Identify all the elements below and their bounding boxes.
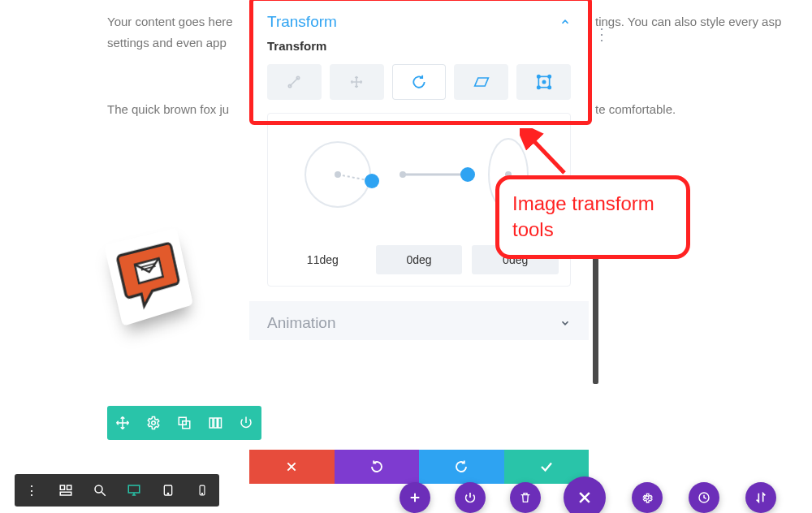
panel-action-bar [249, 450, 589, 484]
tool-origin[interactable] [516, 64, 571, 100]
section-sublabel: Transform [249, 39, 589, 64]
phone-view-icon[interactable] [185, 474, 219, 507]
tool-move[interactable] [330, 64, 384, 100]
svg-point-23 [400, 171, 406, 178]
svg-rect-32 [60, 492, 71, 495]
module-thumbnail[interactable] [104, 228, 193, 326]
menu-icon[interactable]: ⋮ [15, 474, 49, 507]
section-title-animation: Animation [267, 314, 336, 332]
svg-rect-30 [60, 485, 64, 489]
rotate-y-value[interactable]: 0deg [376, 245, 463, 274]
svg-marker-11 [474, 78, 488, 86]
annotation-arrow [520, 128, 568, 177]
svg-line-34 [102, 492, 106, 496]
svg-point-33 [95, 485, 102, 493]
mail-bubble-icon [111, 235, 186, 318]
tablet-view-icon[interactable] [151, 474, 185, 507]
svg-point-14 [548, 75, 551, 78]
svg-rect-35 [128, 485, 140, 493]
module-settings-icon[interactable] [138, 406, 169, 440]
cancel-button[interactable] [249, 450, 335, 484]
svg-point-17 [542, 80, 545, 83]
page-text: te comfortable. [595, 99, 676, 120]
svg-point-20 [335, 171, 341, 178]
page-text: Your content goes here [107, 11, 233, 32]
wireframe-view-icon[interactable] [49, 474, 83, 507]
sort-button[interactable] [745, 482, 776, 513]
tool-rotate[interactable] [392, 64, 447, 100]
transform-tool-row [249, 64, 589, 113]
module-power-icon[interactable] [231, 406, 261, 440]
chevron-down-icon [559, 317, 571, 329]
close-builder-button[interactable] [564, 476, 606, 513]
svg-point-21 [365, 174, 379, 188]
redo-button[interactable] [419, 450, 504, 484]
device-switcher: ⋮ [15, 474, 219, 507]
zoom-icon[interactable] [83, 474, 117, 507]
rotate-x-value[interactable]: 11deg [279, 245, 366, 274]
module-columns-icon[interactable] [200, 406, 231, 440]
svg-line-27 [529, 136, 564, 173]
add-button[interactable] [400, 482, 430, 513]
svg-point-37 [167, 493, 168, 494]
svg-rect-8 [218, 418, 222, 428]
module-toolbar [107, 406, 261, 440]
trash-button[interactable] [510, 482, 541, 513]
svg-point-39 [201, 494, 202, 494]
module-duplicate-icon[interactable] [169, 406, 200, 440]
tool-scale[interactable] [267, 64, 322, 100]
svg-point-15 [537, 86, 539, 88]
svg-point-3 [152, 421, 156, 425]
page-text: tings. You can also style every asp [595, 11, 781, 32]
section-header-animation[interactable]: Animation [249, 301, 589, 340]
module-move-icon[interactable] [107, 406, 138, 440]
svg-rect-31 [67, 485, 71, 489]
undo-button[interactable] [335, 450, 420, 484]
page-text: The quick brown fox ju [107, 99, 229, 120]
chevron-up-icon [559, 16, 571, 28]
desktop-view-icon[interactable] [117, 474, 151, 507]
tool-skew[interactable] [454, 64, 508, 100]
svg-point-16 [548, 86, 551, 88]
builder-settings-button[interactable] [632, 482, 663, 513]
power-button[interactable] [455, 482, 486, 513]
panel-resize-handle[interactable] [593, 238, 598, 384]
annotation-callout: Image transform tools [495, 175, 690, 259]
history-button[interactable] [689, 482, 719, 513]
svg-rect-7 [214, 418, 218, 428]
page-text: settings and even app [107, 32, 227, 54]
svg-point-24 [460, 167, 475, 182]
svg-point-13 [537, 75, 539, 78]
svg-rect-6 [209, 418, 213, 428]
panel-more-icon[interactable]: ⋮ [594, 24, 609, 44]
section-title: Transform [267, 13, 337, 31]
svg-point-28 [646, 496, 649, 499]
section-header-transform[interactable]: Transform [249, 0, 589, 39]
